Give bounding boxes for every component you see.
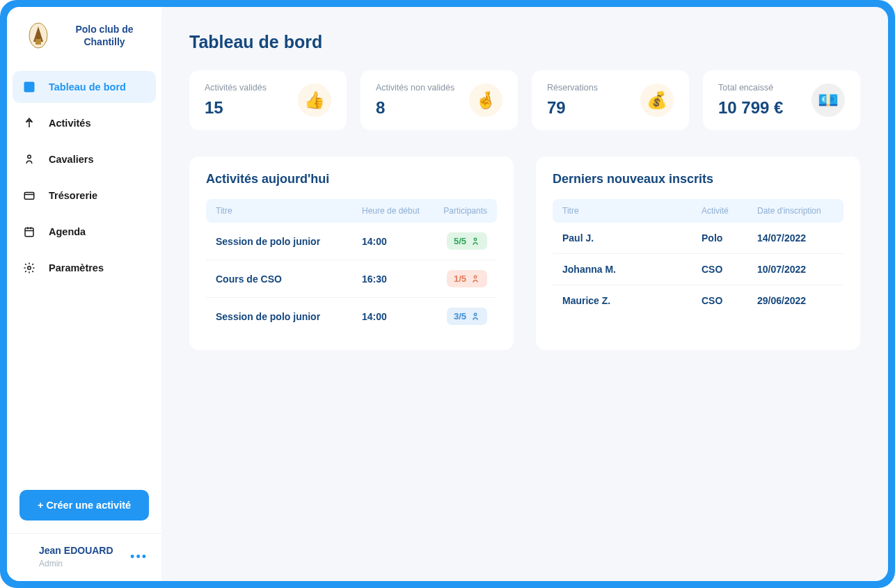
stat-reservations: Réservations 79 💰 xyxy=(532,70,689,130)
table-row[interactable]: Session de polo junior 14:00 3/5 xyxy=(206,298,497,335)
euro-banknote-icon: 💶 xyxy=(811,84,845,117)
sidebar: Polo club de Chantilly Tableau de bord A… xyxy=(7,7,161,581)
svg-rect-4 xyxy=(24,193,34,200)
svg-point-3 xyxy=(28,155,31,159)
th-date: Date d'inscription xyxy=(757,206,834,216)
panel-title: Activités aujourd'hui xyxy=(206,172,497,186)
svg-point-7 xyxy=(474,238,477,241)
table-row[interactable]: Johanna M. CSO 10/07/2022 xyxy=(553,254,843,285)
club-logo-icon xyxy=(26,21,50,50)
riders-icon xyxy=(22,152,36,166)
cell-title: Session de polo junior xyxy=(216,236,362,247)
svg-point-6 xyxy=(28,267,31,270)
nav-treasury[interactable]: Trésorerie xyxy=(13,180,156,212)
panels: Activités aujourd'hui Titre Heure de déb… xyxy=(189,157,860,350)
cell-activity: CSO xyxy=(702,295,757,306)
table-row[interactable]: Paul J. Polo 14/07/2022 xyxy=(553,223,843,254)
cell-start: 14:00 xyxy=(362,311,431,322)
cell-start: 14:00 xyxy=(362,236,431,247)
th-start: Heure de début xyxy=(362,206,431,216)
th-activity: Activité xyxy=(702,206,757,216)
dashboard-icon xyxy=(22,80,36,94)
brand-block: Polo club de Chantilly xyxy=(7,7,161,71)
cell-activity: CSO xyxy=(702,264,757,275)
stat-row: Activités validés 15 👍 Activités non val… xyxy=(189,70,860,130)
stat-value: 10 799 € xyxy=(718,98,783,118)
nav-label: Cavaliers xyxy=(49,154,94,165)
stat-label: Activités non validés xyxy=(376,83,454,93)
nav-riders[interactable]: Cavaliers xyxy=(13,143,156,175)
thumbs-up-icon: 👍 xyxy=(298,84,331,117)
panel-today: Activités aujourd'hui Titre Heure de déb… xyxy=(189,157,514,350)
stat-label: Réservations xyxy=(547,83,598,93)
cell-start: 16:30 xyxy=(362,273,431,285)
cell-name: Paul J. xyxy=(562,232,702,244)
nav-label: Activités xyxy=(49,118,90,129)
nav: Tableau de bord Activités Cavaliers xyxy=(7,71,161,288)
svg-rect-1 xyxy=(35,39,41,45)
cell-activity: Polo xyxy=(702,232,757,244)
agenda-icon xyxy=(22,225,36,239)
gear-icon xyxy=(22,261,36,275)
svg-point-9 xyxy=(474,313,477,316)
table-header: Titre Activité Date d'inscription xyxy=(553,199,843,223)
app-inner: Polo club de Chantilly Tableau de bord A… xyxy=(7,7,888,581)
stat-value: 8 xyxy=(376,98,454,118)
nav-label: Trésorerie xyxy=(49,190,97,201)
th-participants: Participants xyxy=(431,206,487,216)
stat-validated: Activités validés 15 👍 xyxy=(189,70,347,130)
nav-label: Paramètres xyxy=(49,262,104,273)
table-row[interactable]: Maurice Z. CSO 29/06/2022 xyxy=(553,285,843,316)
cell-date: 29/06/2022 xyxy=(757,295,834,306)
cell-title: Session de polo junior xyxy=(216,311,362,322)
stat-value: 79 xyxy=(547,98,598,118)
activities-icon xyxy=(22,116,36,130)
cell-title: Cours de CSO xyxy=(216,273,362,285)
svg-rect-5 xyxy=(25,228,33,237)
app-frame: Polo club de Chantilly Tableau de bord A… xyxy=(0,0,895,588)
user-menu-button[interactable]: ••• xyxy=(130,550,148,564)
participants-badge: 5/5 xyxy=(447,232,487,250)
cell-date: 14/07/2022 xyxy=(757,232,834,244)
participants-badge: 3/5 xyxy=(447,308,487,325)
user-block: Jean EDOUARD Admin ••• xyxy=(7,533,161,581)
fingers-crossed-icon: 🤞 xyxy=(469,84,502,117)
stat-value: 15 xyxy=(205,98,267,118)
table-row[interactable]: Cours de CSO 16:30 1/5 xyxy=(206,260,497,298)
participants-badge: 1/5 xyxy=(447,270,487,287)
panel-signups: Derniers nouveaux inscrits Titre Activit… xyxy=(536,157,860,350)
panel-title: Derniers nouveaux inscrits xyxy=(553,172,843,186)
nav-settings[interactable]: Paramètres xyxy=(13,252,156,284)
th-title: Titre xyxy=(216,206,362,216)
nav-label: Tableau de bord xyxy=(49,81,126,93)
table-header: Titre Heure de début Participants xyxy=(206,199,497,223)
table-row[interactable]: Session de polo junior 14:00 5/5 xyxy=(206,223,497,260)
nav-label: Agenda xyxy=(49,226,86,237)
user-name: Jean EDOUARD xyxy=(39,545,113,556)
cell-name: Johanna M. xyxy=(562,264,702,275)
person-icon xyxy=(470,237,480,246)
nav-dashboard[interactable]: Tableau de bord xyxy=(13,71,156,103)
page-title: Tableau de bord xyxy=(189,32,860,52)
stat-label: Total encaissé xyxy=(718,83,783,93)
stat-label: Activités validés xyxy=(205,83,267,93)
th-title: Titre xyxy=(562,206,702,216)
nav-activities[interactable]: Activités xyxy=(13,107,156,139)
person-icon xyxy=(470,274,480,284)
cell-date: 10/07/2022 xyxy=(757,264,834,275)
user-role: Admin xyxy=(39,559,113,569)
treasury-icon xyxy=(22,189,36,202)
money-bag-icon: 💰 xyxy=(640,84,674,117)
svg-point-8 xyxy=(474,276,477,278)
brand-name: Polo club de Chantilly xyxy=(60,23,149,48)
nav-agenda[interactable]: Agenda xyxy=(13,216,156,248)
stat-not-validated: Activités non validés 8 🤞 xyxy=(361,70,518,130)
person-icon xyxy=(470,312,480,321)
stat-total: Total encaissé 10 799 € 💶 xyxy=(703,70,860,130)
create-activity-button[interactable]: + Créer une activité xyxy=(19,490,149,521)
cell-name: Maurice Z. xyxy=(562,295,702,306)
main: Tableau de bord Activités validés 15 👍 A… xyxy=(161,7,888,581)
